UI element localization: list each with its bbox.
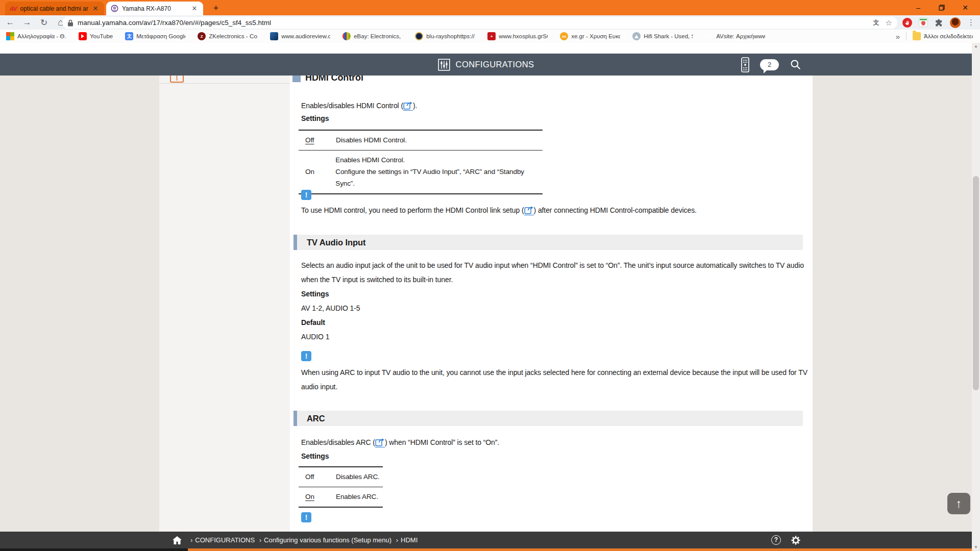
address-bar[interactable]: manual.yamaha.com/av/17/rxa870/en/#/page… [62, 17, 897, 29]
minimize-button[interactable]: – [913, 4, 924, 12]
option-description: Enables HDMI Control. Configure the sett… [335, 154, 543, 189]
ebay-icon [342, 32, 351, 40]
bookmark-star-icon[interactable]: ☆ [886, 18, 892, 28]
tab-yamaha-manual[interactable]: Yamaha RX-A870 ✕ [106, 2, 203, 15]
bookmark-mail[interactable]: Αλληλογραφία - Θ... [6, 32, 66, 40]
scroll-to-top-button[interactable]: ↑ [947, 493, 970, 514]
bookmark-hxosplus[interactable]: +www.hxosplus.grSO... [487, 32, 548, 40]
bookmark-blurayshop[interactable]: blu-rayshophttps://... [415, 32, 475, 40]
manual-section-title: CONFIGURATIONS [456, 60, 534, 69]
option-description: Enables ARC. [336, 491, 378, 503]
reload-icon[interactable]: ↻ [39, 17, 49, 28]
bookmark-google-translate[interactable]: 文Μετάφραση Google [125, 32, 185, 40]
help-icon[interactable]: ? [771, 535, 781, 545]
arc-intro: Enables/disables ARC () when “HDMI Contr… [301, 437, 499, 448]
section-bullet-icon [293, 411, 297, 426]
xe-icon: xe [560, 32, 568, 40]
adblock-extension-icon[interactable] [902, 18, 912, 28]
option-value: On [299, 493, 336, 500]
breadcrumb-setup-menu[interactable]: Configuring various functions (Setup men… [264, 536, 391, 544]
browser-menu-icon[interactable]: ⋮ [967, 18, 975, 27]
translate-icon[interactable]: 文 [873, 18, 879, 27]
bookmarks-bar: Αλληλογραφία - Θ... YouTube 文Μετάφραση G… [0, 30, 980, 43]
avsite-favicon-icon: AV [10, 6, 16, 12]
manual-header: CONFIGURATIONS 2 [0, 54, 972, 76]
default-value: AUDIO 1 [301, 333, 329, 341]
gear-icon[interactable] [791, 535, 801, 545]
other-bookmarks-button[interactable]: Άλλοι σελιδοδείκτες [924, 33, 973, 39]
browser-window: AV optical cable and hdmi arc | AVsite ✕… [0, 0, 980, 551]
tab-title: optical cable and hdmi arc | AVsite [20, 5, 88, 12]
option-description: Disables HDMI Control. [336, 134, 407, 146]
manual-content: HDMI Control Enables/disables HDMI Contr… [290, 76, 813, 532]
browser-toolbar: ← → ↻ ⌂ manual.yamaha.com/av/17/rxa870/e… [0, 15, 980, 30]
breadcrumb-hdmi[interactable]: HDMI [401, 536, 418, 544]
jump-link-icon[interactable] [375, 438, 385, 447]
back-icon[interactable]: ← [5, 17, 15, 28]
settings-label: Settings [301, 290, 329, 298]
option-value: On [299, 168, 335, 176]
jump-link-icon[interactable] [524, 206, 534, 215]
lock-icon[interactable] [67, 19, 74, 27]
scrollbar-thumb[interactable] [973, 176, 979, 390]
bookmark-hifishark[interactable]: Hifi Shark - Used, S... [632, 32, 693, 40]
configurations-icon [438, 59, 450, 71]
extensions-puzzle-icon[interactable] [935, 18, 943, 27]
bookmark-xe[interactable]: xexe.gr - Χρυση Ευκαι... [560, 32, 620, 40]
close-tab-icon[interactable]: ✕ [190, 5, 199, 13]
arc-settings-table: Off Disables ARC. On Enables ARC. [299, 466, 383, 508]
remote-control-icon[interactable] [741, 57, 749, 72]
section-bullet-icon [293, 235, 297, 250]
scrollbar-up-icon[interactable]: ▲ [972, 43, 980, 50]
settings-label: Settings [301, 452, 329, 460]
bookmark-avsite[interactable]: AVAVsite: Αρχικήwww... [705, 32, 765, 40]
settings-label: Settings [301, 114, 329, 122]
tv-audio-input-body: Selects an audio input jack of the unit … [301, 258, 804, 287]
avsite-icon: AV [705, 32, 713, 40]
bookmark-ebay[interactable]: eBay: Electronics, C... [342, 32, 403, 40]
tab-title: Yamaha RX-A870 [122, 5, 187, 12]
bookmark-youtube[interactable]: YouTube [79, 32, 113, 40]
google-translate-icon: 文 [125, 32, 133, 40]
note-icon: ! [301, 512, 311, 522]
comments-badge[interactable]: 2 [760, 59, 779, 70]
restore-button[interactable] [936, 5, 947, 11]
shield-extension-icon[interactable] [919, 18, 928, 27]
url-text[interactable]: manual.yamaha.com/av/17/rxa870/en/#/page… [78, 19, 873, 27]
audioreview-icon [270, 32, 278, 40]
bookmark-zkelectronics[interactable]: ZZKelectronics - Co... [198, 32, 258, 40]
forward-icon[interactable]: → [22, 17, 32, 28]
close-tab-icon[interactable]: ✕ [91, 5, 100, 13]
bookmark-audioreview[interactable]: www.audioreview.c... [270, 32, 330, 40]
folder-icon [913, 32, 921, 40]
profile-avatar[interactable] [950, 17, 961, 28]
page-scrollbar[interactable]: ▲ ▼ [972, 43, 980, 551]
tab-avsite[interactable]: AV optical cable and hdmi arc | AVsite ✕ [5, 2, 104, 15]
bottom-strip [0, 548, 980, 551]
hdmi-control-intro: Enables/disables HDMI Control (). [301, 100, 417, 111]
arc-heading: ARC [293, 411, 803, 426]
yamaha-favicon-icon [111, 5, 118, 12]
close-window-button[interactable]: ✕ [960, 4, 971, 12]
divider [906, 32, 906, 40]
bottom-strip-progress [188, 548, 972, 551]
search-icon[interactable] [790, 59, 801, 70]
breadcrumb: ›CONFIGURATIONS ›Configuring various fun… [188, 536, 418, 544]
home-breadcrumb-icon[interactable] [173, 536, 182, 544]
new-tab-button[interactable]: + [209, 3, 223, 14]
option-value: Off [299, 473, 336, 481]
hxosplus-icon: + [487, 32, 496, 40]
breadcrumb-bar: ›CONFIGURATIONS ›Configuring various fun… [0, 532, 972, 548]
microsoft-icon [6, 32, 14, 40]
tv-audio-input-note: When using ARC to input TV audio to the … [301, 365, 809, 394]
youtube-icon [79, 32, 87, 40]
bookmarks-overflow-icon[interactable]: » [896, 32, 900, 41]
breadcrumb-configurations[interactable]: CONFIGURATIONS [195, 536, 255, 544]
scrollbar-down-icon[interactable]: ▼ [972, 544, 980, 551]
jump-link-icon[interactable] [403, 101, 413, 111]
heading-bullet-icon [292, 76, 301, 82]
settings-value: AV 1-2, AUDIO 1-5 [301, 304, 360, 312]
hdmi-control-heading: HDMI Control [292, 76, 363, 83]
table-row: Off Disables ARC. [299, 467, 383, 487]
note-icon: ! [301, 190, 311, 200]
